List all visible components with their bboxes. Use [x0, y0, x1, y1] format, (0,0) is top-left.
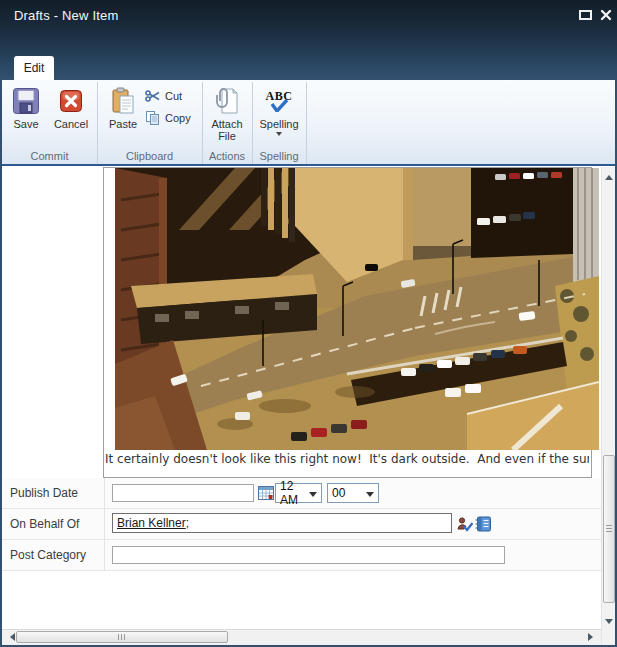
ribbon-group-clipboard: Paste Cut Copy	[97, 82, 203, 164]
scroll-up-arrow-icon[interactable]	[605, 171, 613, 180]
close-icon	[600, 9, 612, 21]
check-names-icon	[457, 516, 473, 532]
spelling-dropdown-arrow-icon	[276, 132, 282, 139]
publish-date-input[interactable]	[112, 484, 254, 502]
publish-date-label: Publish Date	[10, 478, 78, 508]
tab-edit[interactable]: Edit	[14, 56, 54, 80]
scroll-left-arrow-icon[interactable]	[6, 633, 15, 641]
publish-hour-select[interactable]: 12 AM	[275, 483, 322, 503]
maximize-icon	[579, 10, 592, 20]
paste-button[interactable]: Paste	[102, 84, 144, 146]
date-picker-button[interactable]	[258, 485, 274, 505]
cut-button[interactable]: Cut	[145, 86, 182, 106]
form-fields: Publish Date 12 AM 00	[2, 478, 602, 571]
window-title: Drafts - New Item	[14, 8, 119, 23]
check-names-button[interactable]	[457, 516, 473, 536]
copy-icon	[145, 110, 161, 126]
chevron-down-icon	[366, 492, 374, 501]
horizontal-scrollbar[interactable]	[2, 629, 601, 645]
cancel-icon	[48, 84, 94, 118]
ribbon-group-commit: Save Cancel Commit	[2, 82, 98, 164]
on-behalf-of-input[interactable]: Brian Kellner;	[112, 513, 452, 533]
new-item-dialog: Drafts - New Item Edit	[0, 0, 617, 647]
attach-file-icon	[205, 84, 249, 118]
vertical-scrollbar-thumb[interactable]	[603, 455, 615, 603]
attach-file-button[interactable]: Attach File	[205, 84, 249, 146]
dialog-border-left	[0, 80, 2, 647]
close-button[interactable]	[597, 6, 615, 24]
cut-icon	[145, 88, 161, 104]
ribbon-group-spelling: ABC Spelling Spelling	[252, 82, 307, 164]
ribbon: Save Cancel Commit	[0, 80, 617, 166]
publish-minute-select[interactable]: 00	[327, 483, 379, 503]
group-label-spelling: Spelling	[252, 150, 306, 162]
post-category-input[interactable]	[112, 546, 505, 564]
chevron-down-icon	[309, 492, 317, 501]
thumb-grip	[606, 525, 612, 526]
group-label-clipboard: Clipboard	[97, 150, 202, 162]
post-category-row: Post Category	[2, 540, 602, 571]
title-bar: Drafts - New Item Edit	[0, 0, 617, 80]
on-behalf-of-row: On Behalf Of Brian Kellner;	[2, 509, 602, 540]
group-label-actions: Actions	[202, 150, 252, 162]
paste-icon	[102, 84, 144, 118]
save-button[interactable]: Save	[6, 84, 46, 146]
ribbon-group-actions: Attach File Actions	[202, 82, 253, 164]
publish-date-row: Publish Date 12 AM 00	[2, 478, 602, 509]
scroll-down-arrow-icon[interactable]	[605, 619, 613, 628]
maximize-button[interactable]	[576, 6, 594, 24]
spelling-button[interactable]: ABC Spelling	[256, 84, 302, 146]
spelling-icon: ABC	[256, 84, 302, 118]
cancel-button[interactable]: Cancel	[48, 84, 94, 146]
post-body-photo	[115, 168, 599, 450]
on-behalf-of-label: On Behalf Of	[10, 509, 79, 539]
post-category-label: Post Category	[10, 540, 86, 570]
post-body-text[interactable]: It certainly doesn't look like this righ…	[105, 452, 589, 470]
vertical-scrollbar[interactable]	[601, 167, 615, 645]
browse-people-button[interactable]	[475, 516, 493, 536]
address-book-icon	[475, 516, 493, 532]
calendar-icon	[258, 485, 274, 501]
save-icon	[6, 84, 46, 118]
resolved-person-link[interactable]: Brian Kellner	[117, 516, 186, 530]
copy-button[interactable]: Copy	[145, 108, 191, 128]
horizontal-scrollbar-thumb[interactable]	[16, 631, 228, 643]
scroll-right-arrow-icon[interactable]	[588, 633, 597, 641]
group-label-commit: Commit	[2, 150, 97, 162]
thumb-grip	[118, 634, 119, 640]
